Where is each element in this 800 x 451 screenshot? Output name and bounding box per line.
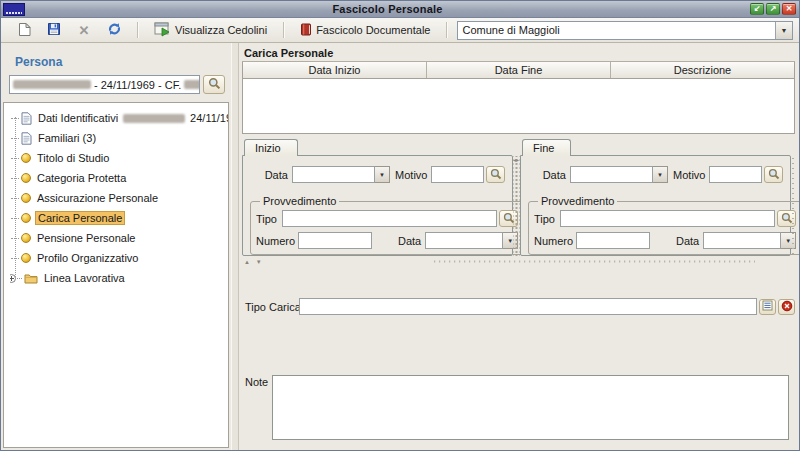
chevron-down-icon: ▼ — [657, 172, 663, 178]
folder-icon — [24, 273, 38, 284]
note-textarea[interactable] — [272, 375, 789, 440]
search-icon — [768, 168, 780, 182]
numero-input[interactable] — [298, 232, 372, 249]
splitter-grip — [434, 259, 755, 264]
note-label: Note — [245, 375, 272, 440]
delete-button[interactable]: ✕ — [69, 20, 99, 41]
data-label: Data — [250, 169, 292, 181]
tipo-carica-row: Tipo Carica — [242, 298, 795, 315]
motivo-label: Motivo — [673, 169, 709, 181]
column-header-descrizione[interactable]: Descrizione — [611, 62, 794, 78]
delete-x-icon: ✕ — [79, 23, 90, 38]
refresh-button[interactable] — [99, 20, 129, 41]
tree-item-label: Familiari (3) — [36, 131, 98, 145]
motivo-fine-search-button[interactable] — [764, 166, 783, 183]
tree-expand-toggle[interactable] — [10, 274, 16, 283]
table-body-empty[interactable] — [243, 79, 794, 133]
company-select-value: Comune di Maggioli — [458, 24, 775, 36]
data-inizio-input[interactable] — [292, 166, 375, 183]
main-panel: Carica Personale Data Inizio Data Fine D… — [239, 43, 799, 450]
person-search-button[interactable] — [203, 75, 225, 94]
tree-item-titolo-di-studio[interactable]: Titolo di Studio — [10, 148, 228, 168]
redacted-name — [13, 80, 91, 89]
provvedimento-legend: Provvedimento — [260, 195, 339, 207]
window-controls: ↙ ↗ ✕ — [750, 3, 796, 15]
tipo-carica-clear-button[interactable] — [778, 299, 795, 315]
app-window: Fascicolo Personale ↙ ↗ ✕ ✕ — [0, 0, 800, 451]
window-title: Fascicolo Personale — [25, 3, 750, 15]
provvedimento-group: Provvedimento Tipo Numero — [250, 195, 524, 255]
content-area: Persona - 24/11/1969 - CF. — [1, 43, 799, 450]
tree-item-dati-identificativi[interactable]: Dati Identificativi 24/11/1969 DI — [10, 108, 228, 128]
tree-item-carica-personale[interactable]: Carica Personale — [10, 208, 228, 228]
person-search-row: - 24/11/1969 - CF. — [9, 75, 225, 94]
tipo-carica-input[interactable] — [299, 298, 757, 315]
bullet-ball-icon — [21, 233, 31, 243]
vertical-splitter[interactable]: ◂▸ — [513, 156, 520, 256]
sidebar-main-divider[interactable] — [231, 43, 239, 450]
toolbar-separator — [446, 22, 447, 38]
column-header-data-inizio[interactable]: Data Inizio — [243, 62, 427, 78]
persona-header: Persona — [15, 55, 229, 69]
tab-inizio[interactable]: Inizio — [244, 139, 298, 156]
fascicolo-documentale-button[interactable]: Fascicolo Documentale — [292, 20, 438, 41]
restore-button[interactable]: ↙ — [750, 3, 764, 15]
clear-red-x-icon — [781, 300, 793, 314]
red-book-icon — [300, 23, 312, 38]
motivo-inizio-input[interactable] — [431, 166, 484, 183]
person-field-visible-text: - 24/11/1969 - CF. — [94, 79, 181, 91]
close-button[interactable]: ✕ — [782, 3, 796, 15]
tipo-carica-list-button[interactable] — [759, 299, 776, 315]
tree-item-linea-lavorativa[interactable]: Linea Lavorativa — [10, 268, 228, 288]
fascicolo-documentale-label: Fascicolo Documentale — [316, 24, 430, 36]
horizontal-splitter[interactable]: ▲ ▼ — [242, 257, 795, 266]
tree-item-label: Assicurazione Personale — [35, 191, 160, 205]
tipo-provvedimento-input[interactable] — [282, 210, 497, 227]
tree-item-label: Dati Identificativi — [36, 111, 120, 125]
motivo-fine-input[interactable] — [709, 166, 762, 183]
right-edge-splitter[interactable] — [791, 156, 795, 256]
person-field[interactable]: - 24/11/1969 - CF. — [9, 75, 200, 94]
motivo-label: Motivo — [395, 169, 431, 181]
motivo-inizio-search-button[interactable] — [486, 166, 505, 183]
bullet-ball-icon — [21, 173, 31, 183]
sidebar: Persona - 24/11/1969 - CF. — [1, 43, 231, 450]
document-icon — [21, 132, 32, 145]
maximize-button[interactable]: ↗ — [766, 3, 780, 15]
document-icon — [21, 112, 32, 125]
tipo-provvedimento-input[interactable] — [560, 210, 775, 227]
company-select-arrow-button[interactable]: ▼ — [775, 22, 792, 39]
title-bar[interactable]: Fascicolo Personale ↙ ↗ ✕ — [1, 1, 799, 18]
company-select[interactable]: Comune di Maggioli ▼ — [457, 21, 793, 40]
numero-label: Numero — [256, 235, 298, 247]
tree-item-label: Pensione Personale — [35, 231, 137, 245]
bullet-ball-icon — [21, 193, 31, 203]
data-fine-input[interactable] — [570, 166, 653, 183]
tree-item-label: Titolo di Studio — [35, 151, 111, 165]
save-floppy-icon — [47, 22, 61, 38]
save-button[interactable] — [39, 20, 69, 41]
tree-item-assicurazione-personale[interactable]: Assicurazione Personale — [10, 188, 228, 208]
tab-fine[interactable]: Fine — [522, 139, 571, 156]
data-label: Data — [528, 169, 570, 181]
tree-item-profilo-organizzativo[interactable]: Profilo Organizzativo — [10, 248, 228, 268]
tree-item-pensione-personale[interactable]: Pensione Personale — [10, 228, 228, 248]
visualizza-cedolini-button[interactable]: Visualizza Cedolini — [146, 20, 275, 41]
table-header-row: Data Inizio Data Fine Descrizione — [243, 62, 794, 79]
prov-data-input[interactable] — [703, 232, 781, 249]
tree-item-label: Categoria Protetta — [35, 171, 128, 185]
tree-item-categoria-protetta[interactable]: Categoria Protetta — [10, 168, 228, 188]
data-inizio-calendar-button[interactable]: ▼ — [375, 166, 390, 183]
new-button[interactable] — [9, 20, 39, 41]
search-icon — [490, 168, 502, 182]
tree-item-label: Linea Lavorativa — [42, 271, 127, 285]
prov-data-input[interactable] — [425, 232, 503, 249]
data-fine-calendar-button[interactable]: ▼ — [653, 166, 668, 183]
tree-item-familiari[interactable]: Familiari (3) — [10, 128, 228, 148]
app-logo-icon — [3, 3, 25, 16]
redacted-name — [123, 114, 185, 123]
refresh-icon — [107, 22, 122, 38]
column-header-data-fine[interactable]: Data Fine — [427, 62, 611, 78]
splitter-collapse-icons[interactable]: ▲ ▼ — [244, 259, 264, 265]
numero-input[interactable] — [576, 232, 650, 249]
